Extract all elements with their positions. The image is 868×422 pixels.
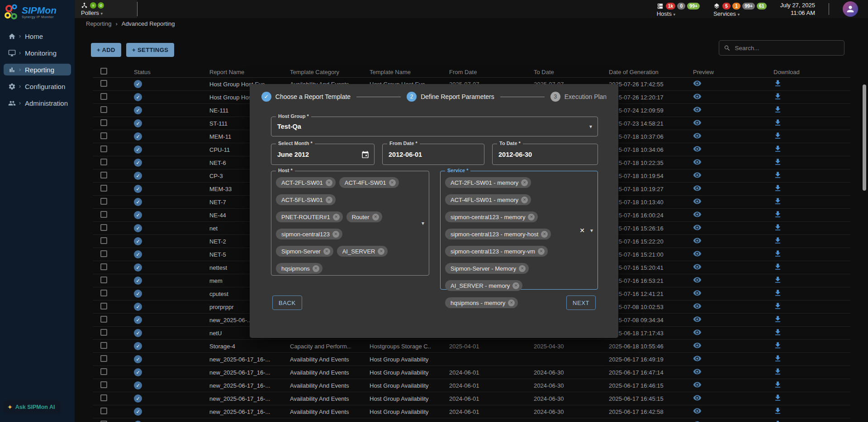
download-button[interactable] <box>773 367 782 376</box>
download-button[interactable] <box>773 105 782 114</box>
download-button[interactable] <box>773 302 782 310</box>
download-button[interactable] <box>773 223 782 232</box>
chip-remove-icon[interactable]: ✕ <box>538 248 545 255</box>
sidebar-item-monitoring[interactable]: › Monitoring <box>4 47 71 59</box>
row-checkbox[interactable] <box>100 277 107 283</box>
download-button[interactable] <box>773 118 782 127</box>
caret-down-icon[interactable]: ▾ <box>422 220 424 226</box>
sidebar-item-configuration[interactable]: › Configuration <box>4 80 71 92</box>
download-button[interactable] <box>773 184 782 192</box>
download-button[interactable] <box>773 171 782 179</box>
chip-remove-icon[interactable]: ✕ <box>508 300 515 306</box>
row-checkbox[interactable] <box>100 145 107 152</box>
row-checkbox[interactable] <box>100 106 107 113</box>
chip-remove-icon[interactable]: ✕ <box>521 197 528 203</box>
row-checkbox[interactable] <box>100 316 107 323</box>
download-button[interactable] <box>773 210 782 219</box>
row-checkbox[interactable] <box>100 80 107 87</box>
preview-button[interactable] <box>693 315 702 324</box>
row-checkbox[interactable] <box>100 290 107 296</box>
chip-remove-icon[interactable]: ✕ <box>389 179 396 186</box>
preview-button[interactable] <box>693 223 702 232</box>
download-button[interactable] <box>773 79 782 88</box>
row-checkbox[interactable] <box>100 342 107 349</box>
chip-remove-icon[interactable]: ✕ <box>332 231 339 238</box>
chip-remove-icon[interactable]: ✕ <box>372 214 379 220</box>
row-checkbox[interactable] <box>100 159 107 165</box>
row-checkbox[interactable] <box>100 263 107 270</box>
preview-button[interactable] <box>693 210 702 219</box>
preview-button[interactable] <box>693 302 702 310</box>
row-checkbox[interactable] <box>100 198 107 205</box>
chip-remove-icon[interactable]: ✕ <box>519 265 526 272</box>
row-checkbox[interactable] <box>100 132 107 139</box>
preview-button[interactable] <box>693 354 702 363</box>
back-button[interactable]: BACK <box>272 295 302 310</box>
row-checkbox[interactable] <box>100 329 107 336</box>
sidebar-item-reporting[interactable]: › Reporting <box>4 64 71 75</box>
preview-button[interactable] <box>693 394 702 402</box>
chip-remove-icon[interactable]: ✕ <box>512 282 519 289</box>
settings-button[interactable]: + SETTINGS <box>126 43 174 57</box>
pollers-menu[interactable]: ≡⊘ Pollers ▾ <box>75 0 137 18</box>
download-button[interactable] <box>773 289 782 297</box>
row-checkbox[interactable] <box>100 93 107 100</box>
download-button[interactable] <box>773 276 782 284</box>
row-checkbox[interactable] <box>100 119 107 126</box>
row-checkbox[interactable] <box>100 185 107 192</box>
preview-button[interactable] <box>693 118 702 127</box>
preview-button[interactable] <box>693 420 702 422</box>
download-button[interactable] <box>773 197 782 206</box>
preview-button[interactable] <box>693 145 702 153</box>
preview-button[interactable] <box>693 289 702 297</box>
download-button[interactable] <box>773 315 782 324</box>
host-multiselect[interactable]: Host * ACT-2FL-SW01✕ACT-4FL-SW01✕ACT-5FL… <box>271 171 429 276</box>
preview-button[interactable] <box>693 407 702 415</box>
clear-all-icon[interactable]: ✕ <box>579 227 585 234</box>
preview-button[interactable] <box>693 380 702 389</box>
preview-button[interactable] <box>693 79 702 88</box>
row-checkbox[interactable] <box>100 172 107 178</box>
service-multiselect[interactable]: Service * ACT-2FL-SW01 - memory✕ACT-4FL-… <box>440 171 598 290</box>
download-button[interactable] <box>773 249 782 258</box>
row-checkbox[interactable] <box>100 355 107 362</box>
chip-remove-icon[interactable]: ✕ <box>333 214 340 220</box>
chip-remove-icon[interactable]: ✕ <box>528 214 535 220</box>
chip-remove-icon[interactable]: ✕ <box>521 179 528 186</box>
breadcrumb-parent[interactable]: Reporting <box>86 20 111 27</box>
chip-remove-icon[interactable]: ✕ <box>323 248 330 255</box>
ask-ai-button[interactable]: ✦ Ask SIPMon AI <box>4 400 61 414</box>
row-checkbox[interactable] <box>100 224 107 231</box>
chip-remove-icon[interactable]: ✕ <box>326 197 332 203</box>
preview-button[interactable] <box>693 367 702 376</box>
sidebar-item-home[interactable]: › Home <box>4 30 71 42</box>
chip-remove-icon[interactable]: ✕ <box>378 248 384 255</box>
row-checkbox[interactable] <box>100 381 107 388</box>
row-checkbox[interactable] <box>100 237 107 244</box>
preview-button[interactable] <box>693 92 702 101</box>
download-button[interactable] <box>773 394 782 402</box>
row-checkbox[interactable] <box>100 368 107 375</box>
sidebar-item-administration[interactable]: › Administration <box>4 97 71 109</box>
from-date-field[interactable]: From Date * 2012-06-01 <box>382 144 484 165</box>
preview-button[interactable] <box>693 263 702 271</box>
download-button[interactable] <box>773 341 782 350</box>
hosts-menu[interactable]: 1k099+ Hosts ▾ <box>657 1 700 17</box>
download-button[interactable] <box>773 380 782 389</box>
add-button[interactable]: + ADD <box>91 43 121 57</box>
row-checkbox[interactable] <box>100 250 107 257</box>
preview-button[interactable] <box>693 197 702 206</box>
vertical-scrollbar[interactable] <box>863 84 866 191</box>
select-month-field[interactable]: Select Month * June 2012 <box>271 144 375 165</box>
caret-down-icon[interactable]: ▾ <box>590 227 593 234</box>
row-checkbox[interactable] <box>100 394 107 401</box>
services-menu[interactable]: 5199+61 Services ▾ <box>713 1 767 17</box>
preview-button[interactable] <box>693 276 702 284</box>
preview-button[interactable] <box>693 328 702 337</box>
download-button[interactable] <box>773 354 782 363</box>
search-input[interactable] <box>735 45 840 52</box>
download-button[interactable] <box>773 236 782 245</box>
host-group-select[interactable]: Host Group * Test-Qa ▾ <box>271 117 598 136</box>
chip-remove-icon[interactable]: ✕ <box>541 231 548 238</box>
preview-button[interactable] <box>693 131 702 140</box>
